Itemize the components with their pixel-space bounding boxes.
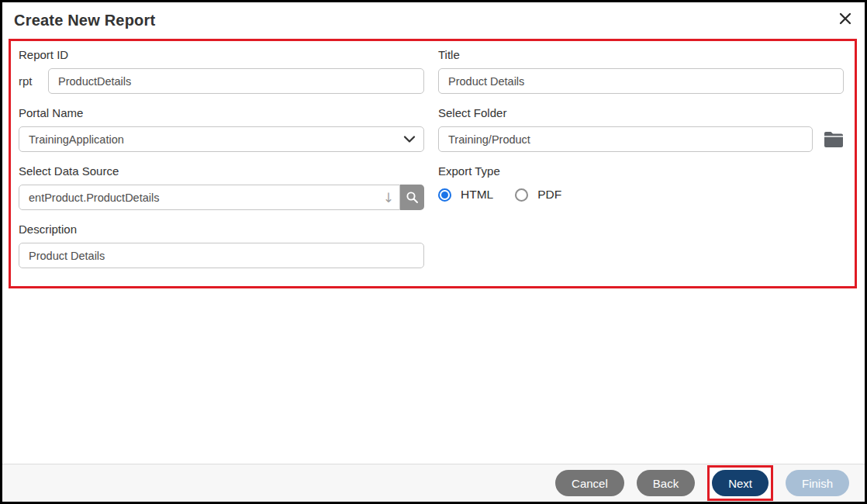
dialog-title: Create New Report xyxy=(14,12,851,29)
dialog-header: Create New Report xyxy=(2,2,865,36)
report-id-row: rpt xyxy=(19,68,424,94)
next-button[interactable]: Next xyxy=(712,470,769,496)
create-report-dialog: { "dialog": { "title": "Create New Repor… xyxy=(0,0,867,504)
radio-html-label: HTML xyxy=(461,188,493,202)
export-type-group: Export Type HTML PDF xyxy=(438,161,844,205)
close-x-glyph xyxy=(839,12,851,25)
data-source-row: ↓ xyxy=(19,185,424,210)
select-folder-row xyxy=(438,126,844,152)
folder-icon[interactable] xyxy=(824,130,844,149)
report-id-input[interactable] xyxy=(48,68,424,94)
magnifier-glyph xyxy=(406,191,419,204)
radio-pdf[interactable] xyxy=(515,188,528,202)
report-id-label: Report ID xyxy=(19,48,424,61)
next-button-highlight-outline: Next xyxy=(707,465,773,501)
report-id-prefix: rpt xyxy=(19,74,48,88)
description-input[interactable] xyxy=(19,243,424,268)
title-group: Title xyxy=(438,44,844,94)
close-icon[interactable] xyxy=(837,10,854,27)
data-source-input-wrap: ↓ xyxy=(19,185,400,210)
cancel-button[interactable]: Cancel xyxy=(555,470,624,496)
export-option-pdf[interactable]: PDF xyxy=(515,188,561,202)
form-grid: Report ID rpt Portal Name TrainingApplic… xyxy=(19,44,844,277)
search-icon[interactable] xyxy=(400,185,424,210)
radio-pdf-label: PDF xyxy=(537,188,561,202)
portal-name-select[interactable]: TrainingApplication xyxy=(19,126,424,152)
export-type-options: HTML PDF xyxy=(438,185,844,205)
title-label: Title xyxy=(438,48,844,61)
form-highlight-outline: Report ID rpt Portal Name TrainingApplic… xyxy=(9,39,857,288)
portal-name-group: Portal Name TrainingApplication xyxy=(19,102,424,152)
export-option-html[interactable]: HTML xyxy=(438,188,493,202)
folder-glyph xyxy=(824,131,844,148)
description-label: Description xyxy=(19,223,424,236)
form-right-column: Title Select Folder Export Type xyxy=(438,44,844,277)
description-group: Description xyxy=(19,219,424,268)
back-button[interactable]: Back xyxy=(637,470,695,496)
data-source-label: Select Data Source xyxy=(19,164,424,178)
export-type-label: Export Type xyxy=(438,164,844,178)
data-source-input[interactable] xyxy=(19,185,400,210)
report-id-group: Report ID rpt xyxy=(19,44,424,94)
portal-name-selected-value: TrainingApplication xyxy=(29,133,124,146)
title-input[interactable] xyxy=(438,68,844,94)
form-left-column: Report ID rpt Portal Name TrainingApplic… xyxy=(19,44,424,277)
select-folder-group: Select Folder xyxy=(438,102,844,152)
folder-input[interactable] xyxy=(438,126,813,152)
portal-name-label: Portal Name xyxy=(19,106,424,119)
finish-button[interactable]: Finish xyxy=(786,470,849,496)
data-source-group: Select Data Source ↓ xyxy=(19,161,424,210)
select-folder-label: Select Folder xyxy=(438,106,844,119)
radio-html[interactable] xyxy=(438,188,451,202)
chevron-down-icon xyxy=(403,136,416,143)
dialog-footer: Cancel Back Next Finish xyxy=(2,464,865,502)
